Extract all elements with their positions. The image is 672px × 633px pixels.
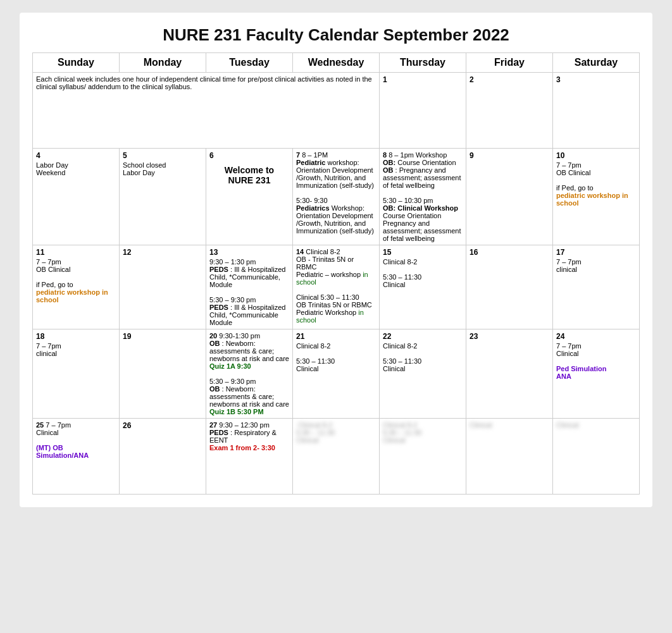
day-num-25: 25 (36, 421, 44, 429)
day-5: 5 School closedLabor Day (120, 149, 206, 245)
wed21-clinical: Clinical 8-2 (296, 342, 330, 350)
day-num-17: 17 (556, 248, 564, 257)
wed14-clinical: Clinical 8-2 (306, 248, 340, 255)
wed14-ob2: OB Trinitas 5N or RBMC (296, 301, 372, 309)
sat10-ob: OB Clinical (556, 169, 590, 176)
thu22-clinical: Clinical 8-2 (383, 342, 417, 350)
thu8-time: 8 – 1pm Workshop (389, 151, 447, 159)
week-row-2: 11 7 – 7pm OB Clinical if Ped, go to ped… (33, 245, 640, 329)
day-num-1: 1 (383, 75, 387, 84)
day-num-8: 8 (383, 151, 387, 159)
day-num-24: 24 (556, 332, 564, 341)
day-30: Clinical (466, 419, 553, 495)
header-wednesday: Wednesday (293, 53, 380, 73)
day-8: 8 8 – 1pm Workshop OB: Course Orientatio… (380, 149, 466, 245)
sun18-time: 7 – 7pm (36, 342, 61, 350)
sat10-ifped: if Ped, go to (556, 184, 594, 192)
wed14-clinical2: Clinical 5:30 – 11:30 (296, 293, 359, 301)
wed21-clinical2: Clinical (296, 365, 318, 372)
tue20-time2: 5:30 – 9:30 pm (209, 378, 256, 385)
day-oct1: Clinical (553, 419, 640, 495)
sat24-pedsim: Ped SimulationANA (556, 365, 606, 380)
day-num-15: 15 (383, 248, 391, 257)
wed7-peds: Pediatric (296, 159, 325, 166)
labor-day-weekend: Labor DayWeekend (36, 161, 68, 176)
day-num-6: 6 (209, 151, 289, 160)
wed7-peds2: Pediatrics (296, 204, 330, 212)
calendar-title: NURE 231 Faculty Calendar September 2022 (32, 25, 640, 45)
day-num-3: 3 (556, 75, 561, 84)
tue27-peds: PEDS (209, 429, 228, 436)
sun11-peds-workshop: pediatric workshop in school (36, 288, 108, 304)
thu15-clinical: Clinical 8-2 (383, 258, 417, 266)
sat10-peds-workshop: pediatric workshop in school (556, 192, 628, 207)
sun11-ifped: if Ped, go to (36, 281, 73, 288)
day-22: 22 Clinical 8-2 5:30 – 11:30 Clinical (380, 329, 466, 419)
day-num-14: 14 (296, 248, 304, 255)
day-7: 7 8 – 1PM Pediatric workshop: Orientatio… (293, 149, 380, 245)
day-num-2: 2 (470, 75, 474, 84)
wed7-time: 8 – 1PM (302, 151, 328, 159)
day-28: Clinical 8-25:30 – 11:30Clinical (293, 419, 380, 495)
day-num-21: 21 (296, 332, 304, 341)
day-num-10: 10 (556, 151, 564, 160)
day-21: 21 Clinical 8-2 5:30 – 11:30 Clinical (293, 329, 380, 419)
day-num-7: 7 (296, 151, 300, 159)
day-num-20: 20 (209, 332, 217, 340)
wed14-pedws: Pediatric Workshop (296, 309, 358, 316)
tue20-ob: OB (209, 340, 220, 347)
header-tuesday: Tuesday (206, 53, 293, 73)
thu8-ob2: OB (383, 166, 394, 174)
day-num-19: 19 (123, 332, 131, 341)
sun11-time: 7 – 7pm (36, 258, 61, 266)
day-num-5: 5 (123, 151, 127, 160)
calendar-table: Sunday Monday Tuesday Wednesday Thursday… (32, 52, 640, 495)
header-saturday: Saturday (553, 53, 640, 73)
thu8-preg: : Pregnancy and assessment; assessment o… (383, 166, 461, 189)
tue27-exam: Exam 1 from 2- 3:30 (209, 444, 275, 452)
day-13: 13 9:30 – 1:30 pm PEDS : Ill & Hospitali… (206, 245, 293, 329)
day-num-26: 26 (123, 421, 131, 430)
wed14-ob: OB - Trinitas 5N or RBMC (296, 255, 354, 271)
tue20-newborn2: : Newborn: assessments & care; newborns … (209, 385, 289, 408)
day-26: 26 (120, 419, 206, 495)
tue20-quiz1b: Quiz 1B 5:30 PM (209, 408, 264, 415)
thu29-content: Clinical 8-25:30 – 11:30Clinical (383, 421, 421, 444)
sun25-clinical: Clinical (36, 429, 58, 436)
day-num-27: 27 (209, 421, 217, 429)
wed7-time2: 5:30- 9:30 (296, 197, 328, 204)
thu15-time2: 5:30 – 11:30 (383, 273, 421, 281)
day-1: 1 (380, 73, 466, 149)
sat-extra-content: Clinical (556, 421, 578, 429)
sat17-clinical: clinical (556, 266, 577, 273)
day-18: 18 7 – 7pm clinical (33, 329, 120, 419)
day-num-23: 23 (470, 332, 478, 341)
day-25: 25 7 – 7pm Clinical (MT) OB Simulation/A… (33, 419, 120, 495)
sat24-time: 7 – 7pm (556, 342, 582, 350)
week-row-4: 25 7 – 7pm Clinical (MT) OB Simulation/A… (33, 419, 640, 495)
day-num-22: 22 (383, 332, 391, 341)
day-num-13: 13 (209, 248, 218, 257)
tue20-quiz1a: Quiz 1A 9:30 (209, 362, 251, 370)
day-3: 3 (553, 73, 640, 149)
thu8-time2: 5:30 – 10:30 pm (383, 197, 433, 204)
thu22-time2: 5:30 – 11:30 (383, 357, 421, 365)
day-num-4: 4 (36, 151, 40, 160)
thu8-detail: Course Orientation Pregnancy and assessm… (383, 212, 461, 242)
school-closed-text: School closedLabor Day (123, 161, 166, 176)
day-10: 10 7 – 7pm OB Clinical if Ped, go to ped… (553, 149, 640, 245)
tue13-peds: PEDS (209, 266, 228, 273)
thu8-co: Course Orientation (397, 159, 456, 166)
calendar-container: NURE 231 Faculty Calendar September 2022… (20, 13, 652, 507)
thu15-clinical2: Clinical (383, 281, 405, 288)
week-row-3: 18 7 – 7pm clinical 19 20 9:30-1:30 pm O… (33, 329, 640, 419)
fri30-content: Clinical (470, 421, 492, 429)
day-29: Clinical 8-25:30 – 11:30Clinical (380, 419, 466, 495)
sat17-time: 7 – 7pm (556, 258, 582, 266)
day-6: 6 Welcome toNURE 231 (206, 149, 293, 245)
week-row-0: Each clinical week includes one hour of … (33, 73, 640, 149)
sun25-mt-ob: (MT) OB Simulation/ANA (36, 444, 89, 459)
thu22-clinical2: Clinical (383, 365, 405, 372)
tue13-time2: 5:30 – 9:30 pm (209, 296, 256, 304)
sat24-clinical: Clinical (556, 350, 578, 357)
